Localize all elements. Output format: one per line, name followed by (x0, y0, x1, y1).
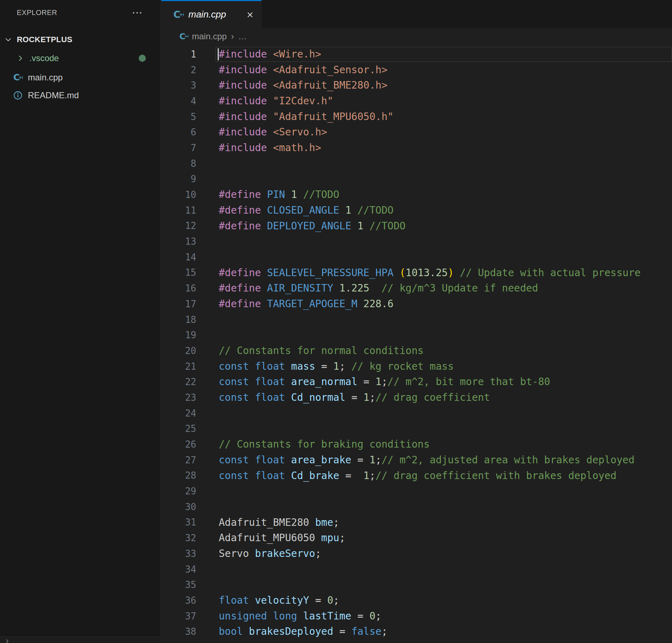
sidebar-item-vscode[interactable]: .vscode (0, 49, 160, 67)
code-line[interactable]: 38bool brakesDeployed = false; (161, 624, 672, 639)
code-line[interactable]: 11#define CLOSED_ANGLE 1 //TODO (161, 203, 672, 218)
code-line[interactable]: 36float velocityY = 0; (161, 593, 672, 608)
line-number[interactable]: 21 (161, 361, 196, 372)
code-line[interactable]: 35 (161, 577, 672, 593)
breadcrumb-symbol-ellipsis[interactable]: … (238, 31, 247, 41)
code-token: #define (219, 298, 261, 310)
code-line[interactable]: 13 (161, 234, 672, 249)
code-line[interactable]: 14 (161, 249, 672, 265)
code-line[interactable]: 10#define PIN 1 //TODO (161, 187, 672, 203)
code-token: 1 (333, 360, 339, 372)
line-number[interactable]: 38 (161, 626, 196, 637)
code-line[interactable]: 7#include <math.h> (161, 140, 672, 156)
code-line[interactable]: 21const float mass = 1; // kg rocket mas… (161, 359, 672, 374)
line-number[interactable]: 36 (161, 595, 196, 606)
code-line[interactable]: 28const float Cd_brake = 1;// drag coeff… (161, 468, 672, 484)
line-number[interactable]: 26 (161, 439, 196, 450)
line-number[interactable]: 18 (161, 314, 196, 325)
line-number[interactable]: 15 (161, 267, 196, 278)
code-line[interactable]: 17#define TARGET_APOGEE_M 228.6 (161, 296, 672, 312)
line-number[interactable]: 30 (161, 502, 196, 512)
line-number[interactable]: 22 (161, 377, 196, 387)
sidebar-item-readme[interactable]: README.md (0, 86, 160, 104)
line-number[interactable]: 23 (161, 392, 196, 403)
code-token: 1 (291, 189, 297, 200)
code-editor[interactable]: 1#include <Wire.h>2#include <Adafruit_Se… (161, 46, 672, 643)
line-number[interactable]: 17 (161, 299, 196, 309)
code-line[interactable]: 25 (161, 421, 672, 437)
line-number[interactable]: 24 (161, 408, 196, 419)
line-number[interactable]: 12 (161, 220, 196, 231)
sidebar-item-main-cpp[interactable]: C + + main.cpp (0, 69, 160, 86)
code-line[interactable]: 5#include "Adafruit_MPU6050.h" (161, 109, 672, 125)
code-line[interactable]: 24 (161, 405, 672, 421)
line-number[interactable]: 5 (161, 111, 196, 122)
code-line[interactable]: 22const float area_normal = 1;// m^2, bi… (161, 374, 672, 390)
line-number[interactable]: 27 (161, 455, 196, 465)
code-line[interactable]: 39 (161, 639, 672, 643)
code-line[interactable]: 16#define AIR_DENSITY 1.225 // kg/m^3 Up… (161, 280, 672, 296)
line-number[interactable]: 8 (161, 158, 196, 169)
line-number[interactable]: 35 (161, 579, 196, 590)
line-number[interactable]: 32 (161, 533, 196, 543)
line-number[interactable]: 34 (161, 564, 196, 575)
code-token: #define (219, 220, 261, 232)
line-number[interactable]: 25 (161, 423, 196, 434)
line-number[interactable]: 10 (161, 189, 196, 200)
code-line[interactable]: 26// Constants for braking conditions (161, 437, 672, 452)
explorer-more-button[interactable]: ⋯ (132, 9, 143, 16)
line-number[interactable]: 4 (161, 96, 196, 106)
code-line[interactable]: 4#include "I2Cdev.h" (161, 93, 672, 109)
line-number[interactable]: 29 (161, 486, 196, 497)
code-line[interactable]: 31Adafruit_BME280 bme; (161, 515, 672, 530)
breadcrumb-file[interactable]: main.cpp (192, 31, 227, 41)
code-line[interactable]: 19 (161, 327, 672, 343)
code-token: ; (339, 532, 345, 544)
line-number[interactable]: 37 (161, 611, 196, 622)
line-number[interactable]: 28 (161, 470, 196, 481)
line-number[interactable]: 1 (161, 49, 196, 60)
code-line[interactable]: 1#include <Wire.h> (161, 46, 672, 62)
code-line[interactable]: 34 (161, 562, 672, 577)
code-token: #define (219, 267, 261, 279)
code-line[interactable]: 8 (161, 156, 672, 171)
code-line[interactable]: 3#include <Adafruit_BME280.h> (161, 78, 672, 93)
line-number[interactable]: 31 (161, 517, 196, 528)
line-number[interactable]: 11 (161, 205, 196, 216)
explorer-bottom-section[interactable] (0, 637, 160, 643)
code-line[interactable]: 33Servo brakeServo; (161, 546, 672, 562)
code-token: brakeServo (255, 548, 315, 559)
code-line[interactable]: 37unsigned long lastTime = 0; (161, 608, 672, 624)
line-number[interactable]: 6 (161, 127, 196, 138)
code-token (261, 267, 267, 279)
code-line[interactable]: 20// Constants for normal conditions (161, 343, 672, 359)
code-line[interactable]: 2#include <Adafruit_Sensor.h> (161, 62, 672, 78)
line-number[interactable]: 7 (161, 143, 196, 153)
tab-main-cpp[interactable]: C + + main.cpp × (161, 0, 262, 28)
line-number[interactable]: 9 (161, 174, 196, 184)
code-line-text: #define DEPLOYED_ANGLE 1 //TODO (219, 218, 406, 234)
code-line[interactable]: 23const float Cd_normal = 1;// drag coef… (161, 390, 672, 405)
code-line[interactable]: 9 (161, 171, 672, 187)
line-number[interactable]: 33 (161, 548, 196, 559)
code-line[interactable]: 15#define SEALEVEL_PRESSURE_HPA (1013.25… (161, 265, 672, 281)
code-line[interactable]: 29 (161, 483, 672, 499)
sidebar-section-rocketplus[interactable]: ROCKETPLUS (0, 31, 160, 49)
code-line[interactable]: 18 (161, 312, 672, 328)
line-number[interactable]: 16 (161, 283, 196, 294)
code-token: ( (400, 267, 406, 279)
code-line[interactable]: 30 (161, 499, 672, 515)
code-token (267, 48, 273, 60)
line-number[interactable]: 2 (161, 65, 196, 75)
line-number[interactable]: 19 (161, 330, 196, 340)
code-line[interactable]: 12#define DEPLOYED_ANGLE 1 //TODO (161, 218, 672, 234)
code-line[interactable]: 32Adafruit_MPU6050 mpu; (161, 530, 672, 546)
code-line[interactable]: 6#include <Servo.h> (161, 124, 672, 140)
code-line[interactable]: 27const float area_brake = 1;// m^2, adj… (161, 452, 672, 468)
line-number[interactable]: 14 (161, 252, 196, 263)
line-number[interactable]: 3 (161, 80, 196, 91)
line-number[interactable]: 13 (161, 236, 196, 247)
line-number[interactable]: 20 (161, 345, 196, 356)
code-token: ; (375, 454, 381, 466)
tab-close-button[interactable]: × (246, 9, 254, 20)
